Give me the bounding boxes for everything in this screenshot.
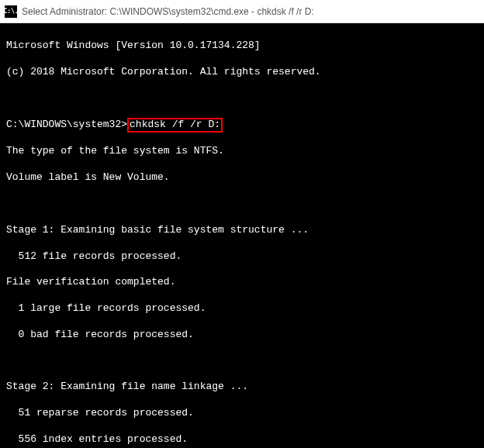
cmd-window: C:\. Select Administrator: C:\WINDOWS\sy… — [0, 0, 484, 448]
terminal-output[interactable]: Microsoft Windows [Version 10.0.17134.22… — [0, 23, 484, 448]
stage2-line: 556 index entries processed. — [6, 433, 478, 446]
window-title: Select Administrator: C:\WINDOWS\system3… — [22, 6, 314, 17]
os-version: Microsoft Windows [Version 10.0.17134.22… — [6, 40, 478, 53]
stage1-line: File verification completed. — [6, 276, 478, 289]
prompt-line: C:\WINDOWS\system32>chkdsk /f /r D: — [6, 118, 478, 132]
blank-line — [6, 355, 478, 368]
stage1-title: Stage 1: Examining basic file system str… — [6, 224, 478, 237]
stage1-line: 512 file records processed. — [6, 250, 478, 264]
stage2-line: 51 reparse records processed. — [6, 407, 478, 420]
stage1-line: 1 large file records processed. — [6, 302, 478, 315]
stage1-line: 0 bad file records processed. — [6, 329, 478, 342]
titlebar[interactable]: C:\. Select Administrator: C:\WINDOWS\sy… — [0, 0, 484, 23]
copyright: (c) 2018 Microsoft Corporation. All righ… — [6, 66, 478, 79]
prompt: C:\WINDOWS\system32> — [6, 119, 127, 130]
volume-label: Volume label is New Volume. — [6, 171, 478, 184]
command-highlight: chkdsk /f /r D: — [127, 118, 223, 132]
stage2-title: Stage 2: Examining file name linkage ... — [6, 381, 478, 394]
fs-type: The type of the file system is NTFS. — [6, 145, 478, 158]
blank-line — [6, 91, 478, 105]
cmd-icon: C:\. — [5, 5, 17, 18]
blank-line — [6, 198, 478, 211]
